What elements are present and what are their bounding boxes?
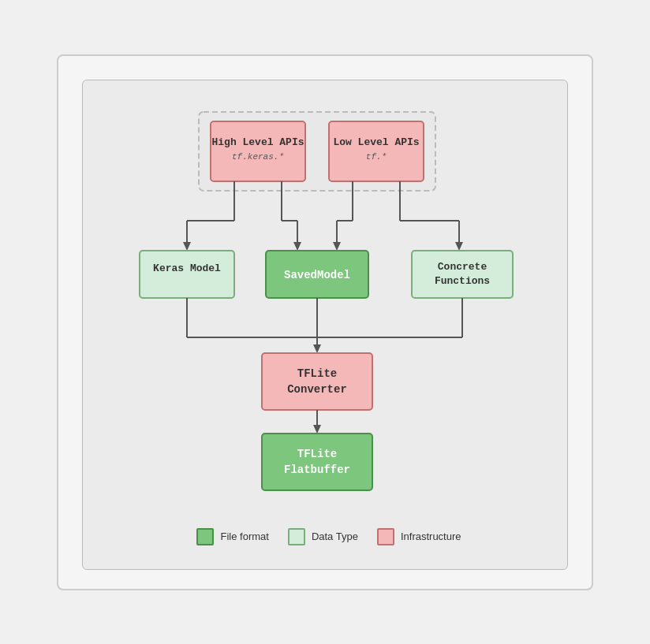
svg-text:TFLite: TFLite [297, 367, 337, 380]
legend-data-type: Data Type [288, 528, 358, 545]
svg-rect-1 [211, 121, 305, 181]
svg-rect-27 [412, 251, 513, 298]
legend-label-data-type: Data Type [312, 530, 358, 542]
svg-text:tf.keras.*: tf.keras.* [232, 152, 284, 162]
legend-file-format: File format [196, 528, 268, 545]
svg-text:tf.*: tf.* [366, 152, 387, 162]
diagram-svg: High Level APIs tf.keras.* Low Level API… [96, 104, 554, 514]
legend-label-file-format: File format [220, 530, 268, 542]
svg-text:Flatbuffer: Flatbuffer [284, 463, 350, 476]
legend: File format Data Type Infrastructure [189, 528, 461, 545]
svg-text:Concrete: Concrete [438, 261, 488, 273]
svg-text:TFLite: TFLite [297, 448, 337, 460]
svg-marker-14 [293, 242, 301, 251]
svg-text:Keras Model: Keras Model [153, 262, 221, 274]
legend-label-infrastructure: Infrastructure [401, 530, 461, 542]
svg-text:SavedModel: SavedModel [284, 269, 350, 281]
svg-marker-10 [183, 242, 191, 251]
legend-swatch-infrastructure [377, 528, 394, 545]
legend-swatch-file-format [196, 528, 214, 545]
legend-infrastructure: Infrastructure [377, 528, 461, 545]
svg-marker-22 [455, 242, 463, 251]
svg-marker-41 [313, 425, 321, 434]
svg-text:Converter: Converter [287, 383, 347, 396]
outer-card: High Level APIs tf.keras.* Low Level API… [57, 54, 593, 590]
svg-rect-23 [140, 251, 234, 298]
svg-text:High Level APIs: High Level APIs [211, 136, 304, 148]
svg-rect-37 [262, 353, 372, 410]
svg-marker-34 [313, 344, 321, 353]
svg-rect-4 [329, 121, 424, 181]
legend-swatch-data-type [288, 528, 305, 545]
svg-text:Functions: Functions [435, 275, 490, 287]
svg-text:Low Level APIs: Low Level APIs [333, 136, 419, 148]
svg-rect-42 [262, 434, 372, 490]
diagram-area: High Level APIs tf.keras.* Low Level API… [82, 80, 568, 570]
svg-marker-18 [333, 242, 341, 251]
